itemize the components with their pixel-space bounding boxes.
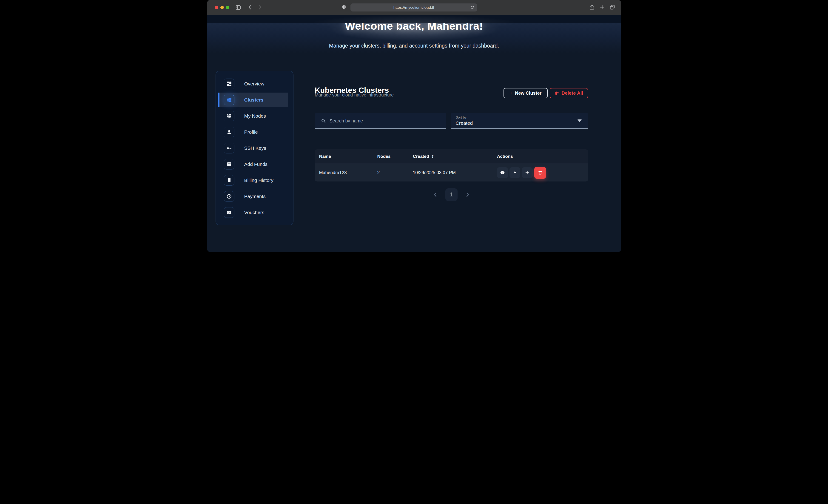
page-subtitle: Manage your cloud-native infrastructure	[315, 92, 394, 98]
trash-sweep-icon	[554, 91, 559, 95]
cluster-created-cell: 10/29/2025 03:07 PM	[413, 170, 497, 175]
sidebar-item-label: My Nodes	[244, 113, 266, 119]
close-icon[interactable]	[215, 6, 218, 9]
back-chevron-icon[interactable]	[247, 4, 253, 10]
shield-icon[interactable]	[341, 4, 347, 10]
sort-updown-icon: ↕	[431, 154, 434, 159]
wallet-icon	[224, 159, 235, 170]
new-tab-plus-icon[interactable]	[599, 4, 605, 10]
pagination: 1	[315, 188, 588, 201]
sidebar-item-ssh-keys[interactable]: SSH Keys	[216, 141, 293, 156]
pagination-page-1[interactable]: 1	[445, 188, 458, 201]
sort-by-label: Sort by	[456, 115, 467, 119]
delete-trash-icon	[538, 170, 543, 175]
new-cluster-label: New Cluster	[515, 90, 542, 96]
dashboard-icon	[224, 79, 235, 89]
cluster-name-cell: Mahendra123	[315, 170, 377, 175]
welcome-subtitle: Manage your clusters, billing, and accou…	[207, 43, 621, 49]
sidebar-item-label: Profile	[244, 129, 258, 135]
download-kubeconfig-button[interactable]	[509, 167, 520, 178]
add-node-plus-icon	[525, 170, 530, 175]
sidebar-item-label: Overview	[244, 81, 264, 87]
pagination-prev-chevron-icon[interactable]	[432, 192, 439, 198]
view-cluster-button[interactable]	[497, 167, 508, 178]
created-header-label: Created	[413, 154, 429, 159]
new-cluster-button[interactable]: + New Cluster	[503, 88, 548, 98]
delete-all-label: Delete All	[562, 90, 583, 96]
clusters-table: Name Nodes Created↕ Actions Mahendra123 …	[315, 149, 588, 181]
url-text: https://myceliumcloud.tf	[394, 5, 434, 10]
sidebar-item-my-nodes[interactable]: My Nodes	[216, 109, 293, 123]
sidebar-item-overview[interactable]: Overview	[216, 77, 293, 91]
pagination-next-chevron-icon[interactable]	[464, 192, 471, 198]
search-icon	[321, 118, 326, 124]
share-icon[interactable]	[589, 4, 595, 10]
sidebar-item-clusters[interactable]: Clusters	[218, 93, 288, 107]
sidebar-nav: Overview Clusters My Nodes Profile SSH K	[215, 71, 293, 225]
sort-selected-value: Created	[456, 120, 473, 126]
key-icon	[224, 143, 235, 154]
search-input[interactable]	[329, 113, 440, 129]
sidebar-item-label: Clusters	[244, 97, 263, 103]
table-header-row: Name Nodes Created↕ Actions	[315, 149, 588, 164]
sidebar-item-label: SSH Keys	[244, 145, 266, 151]
cluster-nodes-cell: 2	[377, 170, 413, 175]
zoom-icon[interactable]	[226, 6, 230, 9]
sort-dropdown[interactable]: Sort by Created	[451, 113, 588, 129]
sidebar-item-label: Add Funds	[244, 162, 268, 167]
forward-chevron-icon[interactable]	[257, 4, 263, 10]
minimize-icon[interactable]	[220, 6, 224, 9]
address-bar[interactable]: https://myceliumcloud.tf	[350, 3, 477, 11]
add-node-button[interactable]	[522, 167, 533, 178]
sidebar-item-billing-history[interactable]: Billing History	[216, 173, 293, 188]
search-field	[315, 113, 446, 129]
sidebar-item-label: Billing History	[244, 177, 274, 183]
sidebar-item-label: Payments	[244, 194, 266, 199]
user-icon	[224, 127, 235, 137]
page-top-strip	[207, 15, 621, 23]
table-row: Mahendra123 2 10/29/2025 03:07 PM	[315, 164, 588, 181]
sidebar-item-label: Vouchers	[244, 210, 264, 215]
browser-window: https://myceliumcloud.tf Welcome back, M…	[207, 0, 621, 252]
tabs-overview-icon[interactable]	[610, 4, 615, 10]
plus-icon: +	[509, 90, 513, 96]
server-stack-icon	[224, 95, 235, 105]
welcome-title: Welcome back, Mahendra!	[207, 23, 621, 32]
reload-icon[interactable]	[470, 5, 474, 10]
ticket-percent-icon	[224, 207, 235, 218]
sidebar-item-add-funds[interactable]: Add Funds	[216, 157, 293, 172]
sidebar-item-payments[interactable]: Payments	[216, 189, 293, 204]
view-eye-icon	[500, 170, 505, 175]
sidebar-toggle-icon[interactable]	[235, 4, 241, 10]
column-header-name: Name	[315, 154, 377, 159]
nodes-icon	[224, 111, 235, 121]
column-header-created[interactable]: Created↕	[413, 154, 497, 159]
delete-all-button[interactable]: Delete All	[550, 88, 588, 98]
caret-down-icon	[578, 120, 582, 122]
download-icon	[512, 170, 518, 175]
column-header-actions: Actions	[497, 154, 588, 159]
browser-toolbar: https://myceliumcloud.tf	[207, 0, 621, 15]
sidebar-item-profile[interactable]: Profile	[216, 125, 293, 139]
column-header-nodes: Nodes	[377, 154, 413, 159]
clock-icon	[224, 191, 235, 202]
receipt-icon	[224, 175, 235, 185]
delete-cluster-button[interactable]	[534, 167, 546, 179]
sidebar-item-vouchers[interactable]: Vouchers	[216, 205, 293, 220]
cluster-actions-cell	[497, 167, 588, 179]
